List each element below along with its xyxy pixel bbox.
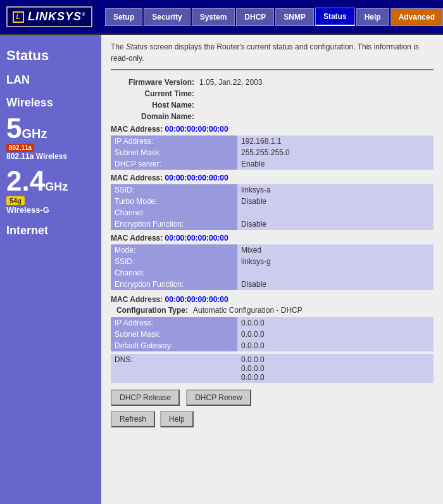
bottom-buttons: Refresh Help (111, 411, 434, 427)
logo-icon: L (13, 11, 24, 23)
nav-tabs: Setup Security System DHCP SNMP (105, 8, 315, 26)
content-area: The Status screen displays the Router's … (101, 35, 443, 504)
config-type-row: Configuration Type: Automatic Configurat… (111, 306, 434, 315)
wireless-24ghz-logo: 2.4 GHz 54g Wireless-G (6, 167, 95, 215)
wireless-5ghz-section: MAC Address: 00:00:00:00:00:00 SSID: lin… (111, 173, 434, 230)
dns-table: DNS: 0.0.0.0 0.0.0.0 0.0.0.0 (111, 354, 434, 383)
table-row: Subnet Mask: 0.0.0.0 (111, 329, 434, 340)
table-row: Encryption Function: Disable (111, 279, 434, 290)
w5-turbo-value: Disable (237, 196, 434, 207)
w24-enc-label: Encryption Function: (111, 279, 237, 290)
desc-part2: screen displays the Router's current sta… (111, 42, 419, 63)
w24-ssid-label: SSID: (111, 256, 237, 267)
table-row: Channel: (111, 207, 434, 218)
w5-mac-label: MAC Address: (111, 173, 163, 182)
w5-turbo-label: Turbo Mode: (111, 196, 237, 207)
logo: L LINKSYS® (6, 6, 92, 27)
lan-section: MAC Address: 00:00:00:00:00:00 IP Addres… (111, 125, 434, 170)
tab-setup[interactable]: Setup (105, 8, 142, 26)
sidebar: Status LAN Wireless 5 GHz 802.11a 802.11… (0, 35, 101, 504)
inet-ip-label: IP Address: (111, 317, 237, 329)
dhcp-release-button[interactable]: DHCP Release (111, 389, 180, 406)
lan-subnet-value: 255.255.255.0 (237, 147, 434, 158)
tab-security[interactable]: Security (144, 8, 190, 26)
w5-channel-label: Channel: (111, 207, 237, 218)
table-row: Mode: Mixed (111, 244, 434, 256)
wireless-24-num: 2.4 (6, 167, 45, 195)
help-button[interactable]: Help (160, 411, 194, 427)
lan-mac-value: 00:00:00:00:00:00 (165, 125, 228, 134)
lan-dhcp-label: DHCP server: (111, 158, 237, 170)
wireless-badge-54g: 54g (6, 196, 25, 205)
inet-mac-row: MAC Address: 00:00:00:00:00:00 (111, 295, 434, 304)
internet-section: MAC Address: 00:00:00:00:00:00 Configura… (111, 295, 434, 427)
inet-subnet-value: 0.0.0.0 (237, 329, 434, 340)
dns-value-2: 0.0.0.0 (241, 364, 430, 373)
table-row: SSID: linksys-g (111, 256, 434, 267)
tab-help[interactable]: Help (356, 8, 389, 26)
logo-text: LINKSYS® (28, 10, 86, 23)
w5-ssid-label: SSID: (111, 184, 237, 196)
hostname-label: Host Name: (111, 101, 199, 110)
time-row: Current Time: (111, 89, 434, 98)
w24-mac-value: 00:00:00:00:00:00 (165, 234, 228, 243)
refresh-button[interactable]: Refresh (111, 411, 155, 427)
inet-ip-value: 0.0.0.0 (237, 317, 434, 329)
tab-dhcp[interactable]: DHCP (236, 8, 274, 26)
sidebar-status-title: Status (6, 47, 95, 64)
sidebar-lan-title: LAN (6, 73, 95, 87)
internet-table: IP Address: 0.0.0.0 Subnet Mask: 0.0.0.0… (111, 317, 434, 351)
dns-value-3: 0.0.0.0 (241, 373, 430, 382)
dns-label: DNS: (111, 354, 237, 383)
table-row: Encryption Function: Disable (111, 218, 434, 230)
table-row: IP Address: 0.0.0.0 (111, 317, 434, 329)
tab-system[interactable]: System (192, 8, 235, 26)
wireless-g-label: Wireless-G (6, 205, 95, 215)
lan-table: IP Address: 192.168.1.1 Subnet Mask: 255… (111, 135, 434, 170)
lan-ip-value: 192.168.1.1 (237, 135, 434, 147)
right-tabs: Status Help Advanced (315, 8, 443, 26)
main-container: Status LAN Wireless 5 GHz 802.11a 802.11… (0, 35, 443, 504)
domain-label: Domain Name: (111, 112, 199, 121)
firmware-value: 1.05, Jan.22, 2003 (199, 78, 262, 87)
inet-gateway-label: Default Gateway: (111, 340, 237, 351)
w24-ssid-value: linksys-g (237, 256, 434, 267)
w24-mac-row: MAC Address: 00:00:00:00:00:00 (111, 234, 434, 243)
w5-mac-row: MAC Address: 00:00:00:00:00:00 (111, 173, 434, 182)
w5-enc-label: Encryption Function: (111, 218, 237, 230)
w5-mac-value: 00:00:00:00:00:00 (165, 173, 228, 182)
tab-advanced[interactable]: Advanced (390, 8, 443, 26)
wireless-5ghz-table: SSID: linksys-a Turbo Mode: Disable Chan… (111, 184, 434, 230)
config-type-label: Configuration Type: (111, 306, 193, 315)
table-row: Turbo Mode: Disable (111, 196, 434, 207)
domain-row: Domain Name: (111, 112, 434, 121)
table-row: DHCP server: Enable (111, 158, 434, 170)
wireless-badge-80211a: 802.11a (6, 144, 34, 152)
wireless-24ghz-section: MAC Address: 00:00:00:00:00:00 Mode: Mix… (111, 234, 434, 290)
inet-mac-value: 00:00:00:00:00:00 (165, 295, 228, 304)
wireless-5ghz-logo: 5 GHz 802.11a 802.11a Wireless (6, 115, 95, 161)
inet-subnet-label: Subnet Mask: (111, 329, 237, 340)
w24-channel-value (237, 267, 434, 279)
table-row: SSID: linksys-a (111, 184, 434, 196)
lan-dhcp-value: Enable (237, 158, 434, 170)
firmware-row: Firmware Version: 1.05, Jan.22, 2003 (111, 78, 434, 87)
hostname-row: Host Name: (111, 101, 434, 110)
dhcp-renew-button[interactable]: DHCP Renew (186, 389, 251, 406)
w24-enc-value: Disable (237, 279, 434, 290)
w24-mac-label: MAC Address: (111, 234, 163, 243)
table-row: DNS: 0.0.0.0 0.0.0.0 0.0.0.0 (111, 354, 434, 383)
inet-mac-label: MAC Address: (111, 295, 163, 304)
desc-part1: The (111, 42, 126, 51)
tab-status[interactable]: Status (315, 8, 355, 26)
wireless-5-num: 5 (6, 115, 22, 142)
dns-values: 0.0.0.0 0.0.0.0 0.0.0.0 (237, 354, 434, 383)
wireless-24-ghz: GHz (45, 180, 68, 194)
lan-mac-label: MAC Address: (111, 125, 163, 134)
sidebar-internet-title: Internet (6, 224, 95, 237)
page-description: The Status screen displays the Router's … (111, 41, 434, 70)
inet-gateway-value: 0.0.0.0 (237, 340, 434, 351)
w5-channel-value (237, 207, 434, 218)
dns-value-1: 0.0.0.0 (241, 355, 430, 364)
tab-snmp[interactable]: SNMP (275, 8, 314, 26)
